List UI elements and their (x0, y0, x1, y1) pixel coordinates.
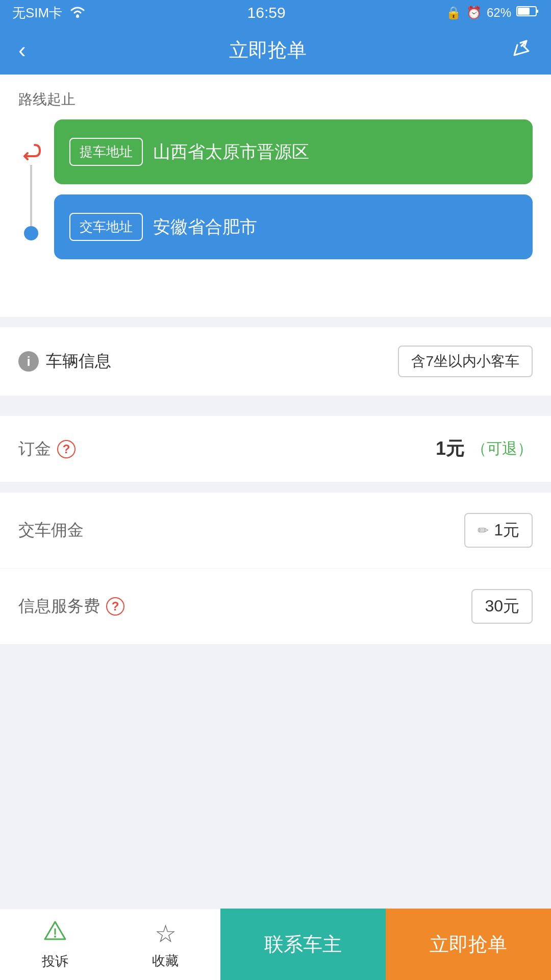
bottom-spacer (0, 644, 551, 777)
favorite-label: 收藏 (152, 952, 179, 970)
nav-bar: ‹ 立即抢单 (0, 26, 551, 75)
deposit-row: 订金 ? 1元 （可退） (0, 416, 551, 482)
route-label: 路线起止 (18, 90, 533, 109)
complaint-button[interactable]: 投诉 (0, 909, 110, 980)
vehicle-info-value[interactable]: 含7坐以内小客车 (398, 346, 533, 377)
commission-amount: 1元 (494, 519, 519, 542)
service-fee-box: 30元 (471, 589, 533, 624)
no-sim-text: 无SIM卡 (12, 4, 62, 22)
alarm-icon: ⏰ (466, 6, 482, 20)
contact-button[interactable]: 联系车主 (220, 909, 386, 980)
vehicle-info-label: 车辆信息 (46, 350, 111, 373)
favorite-icon: ☆ (155, 919, 177, 948)
delivery-tag: 交车地址 (69, 213, 143, 241)
pickup-address: 山西省太原市晋源区 (153, 140, 309, 164)
deposit-label: 订金 ? (18, 438, 76, 460)
service-fee-question-icon[interactable]: ? (106, 597, 124, 616)
vehicle-info-row: i 车辆信息 含7坐以内小客车 (0, 327, 551, 396)
vehicle-info-left: i 车辆信息 (18, 350, 111, 373)
delivery-address: 安徽省合肥市 (153, 215, 257, 239)
route-timeline (18, 119, 44, 302)
status-bar: 无SIM卡 16:59 🔒 ⏰ 62% (0, 0, 551, 26)
route-cards: 提车地址 山西省太原市晋源区 交车地址 安徽省合肥市 (54, 119, 533, 302)
complaint-label: 投诉 (42, 952, 68, 970)
commission-row: 交车佣金 ✏ 1元 (0, 493, 551, 569)
deposit-question-icon[interactable]: ? (57, 440, 76, 458)
info-icon: i (18, 351, 39, 372)
service-fee-amount: 30元 (485, 597, 519, 615)
grab-button[interactable]: 立即抢单 (386, 909, 551, 980)
page-title: 立即抢单 (229, 37, 307, 63)
route-line (30, 165, 32, 226)
divider-1 (0, 317, 551, 327)
deposit-value: 1元 （可退） (436, 436, 533, 461)
svg-rect-2 (536, 10, 538, 13)
wifi-icon (68, 4, 87, 22)
commission-edit-box[interactable]: ✏ 1元 (464, 513, 533, 548)
deposit-refundable: （可退） (471, 438, 533, 459)
battery-icon (516, 5, 539, 20)
fee-section: 订金 ? 1元 （可退） 交车佣金 ✏ 1元 信息服务费 ? 30元 (0, 416, 551, 644)
status-left: 无SIM卡 (12, 4, 87, 22)
battery-text: 62% (487, 6, 511, 20)
route-dot (24, 226, 38, 240)
svg-point-5 (54, 936, 56, 938)
service-fee-row: 信息服务费 ? 30元 (0, 569, 551, 644)
service-fee-label: 信息服务费 ? (18, 595, 124, 618)
pickup-tag: 提车地址 (69, 138, 143, 166)
grab-label: 立即抢单 (430, 932, 507, 958)
delivery-card[interactable]: 交车地址 安徽省合肥市 (54, 194, 533, 259)
route-body: 提车地址 山西省太原市晋源区 交车地址 安徽省合肥市 (18, 119, 533, 302)
lock-icon: 🔒 (446, 6, 461, 20)
divider-3 (0, 482, 551, 493)
route-return-icon (20, 140, 42, 165)
svg-rect-3 (518, 8, 530, 15)
back-button[interactable]: ‹ (18, 37, 26, 63)
status-time: 16:59 (247, 4, 286, 21)
pickup-card[interactable]: 提车地址 山西省太原市晋源区 (54, 119, 533, 184)
route-section: 路线起止 提车地址 山西省太原市晋源区 交车地址 安徽省合肥市 (0, 75, 551, 317)
commission-text: 交车佣金 (18, 519, 84, 542)
deposit-amount: 1元 (436, 436, 464, 461)
favorite-button[interactable]: ☆ 收藏 (110, 909, 220, 980)
service-fee-text: 信息服务费 (18, 595, 100, 618)
divider-2 (0, 396, 551, 406)
commission-label: 交车佣金 (18, 519, 84, 542)
complaint-icon (43, 919, 67, 948)
share-button[interactable] (510, 37, 533, 64)
edit-icon: ✏ (478, 523, 489, 538)
svg-point-0 (76, 15, 79, 18)
deposit-text: 订金 (18, 438, 51, 460)
contact-label: 联系车主 (264, 932, 342, 958)
status-right: 🔒 ⏰ 62% (446, 5, 539, 20)
bottom-nav: 投诉 ☆ 收藏 联系车主 立即抢单 (0, 909, 551, 980)
